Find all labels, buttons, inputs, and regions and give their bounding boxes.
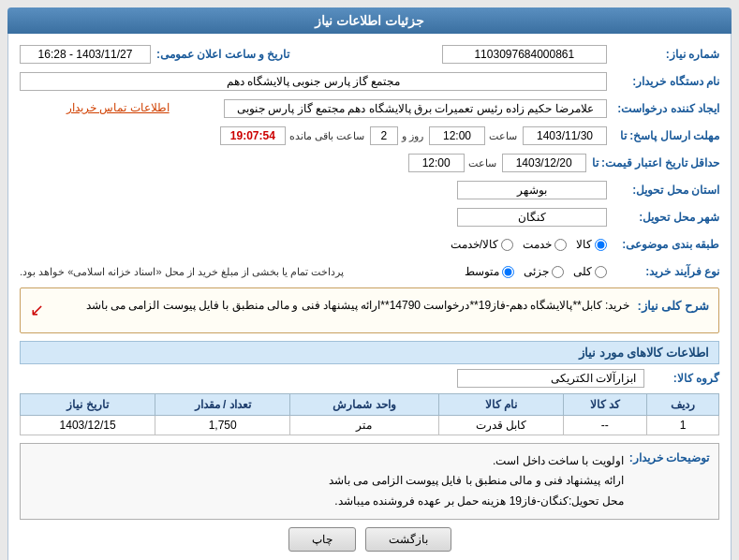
tabaqe-khedmat[interactable]: خدمت — [523, 238, 567, 251]
hadaqal-date: 1403/12/20 — [502, 154, 586, 172]
red-arrow-icon: ↙ — [30, 296, 44, 325]
group-kala-label: گروه کالا: — [644, 372, 719, 385]
mohlet-roz: 2 — [370, 126, 398, 145]
col-tarikh: تاریخ نیاز — [21, 393, 155, 415]
tabaqe-kala-khedmat-label: کالا/خدمت — [451, 238, 498, 251]
noع-farayand-label: نوع فرآیند خرید: — [607, 265, 719, 278]
farayand-koli-radio[interactable] — [595, 266, 607, 278]
mohlet-mande-label: ساعت باقی مانده — [289, 130, 364, 142]
farayand-jozi-label: جزئی — [524, 265, 549, 278]
hadaqal-label: حداقل تاریخ اعتبار قیمت: تا — [586, 156, 719, 169]
ijad-konande-label: ایجاد کننده درخواست: — [607, 102, 719, 115]
col-nam: نام کالا — [438, 393, 563, 415]
mohlet-mande-value: 19:07:54 — [220, 126, 286, 145]
kalaha-section: اطلاعات کالاهای مورد نیاز گروه کالا: ابز… — [20, 341, 719, 435]
nam-dastgah-value: مجتمع گاز پارس جنوبی پالایشگاه دهم — [20, 72, 607, 91]
tarikh-no-value: 1403/11/27 - 16:28 — [20, 45, 151, 64]
hadaqal-saat-label: ساعت — [468, 157, 496, 169]
tawzih-box: توضیحات خریدار: اولویت با ساخت داخل است.… — [20, 443, 719, 521]
tabaqe-khedmat-radio[interactable] — [554, 239, 567, 251]
kalaha-section-title: اطلاعات کالاهای مورد نیاز — [20, 341, 719, 364]
tawzih-line: محل تحویل:کنگان-فاز19 هزینه حمل بر عهده … — [30, 492, 624, 512]
col-tedaad: تعداد / مقدار — [155, 393, 290, 415]
mohlet-saat-label: ساعت — [489, 130, 517, 142]
shimara-niaz-label: شماره نیاز: — [607, 48, 719, 61]
tawzih-line: ارائه پیشنهاد فنی و مالی منطبق با فایل پ… — [30, 471, 624, 492]
tawzih-line: اولویت با ساخت داخل است. — [30, 451, 624, 472]
text-note: پرداخت تمام یا بخشی از مبلغ خرید از محل … — [20, 266, 344, 278]
sharh-content: خرید: کابل**پالایشگاه دهم-فاز19**درخواست… — [52, 296, 629, 315]
mohlet-roz-label: روز و — [402, 130, 423, 142]
shimara-niaz-value: 1103097684000861 — [442, 45, 607, 64]
tawzih-label: توضیحات خریدار: — [629, 451, 709, 464]
ostan-value: بوشهر — [457, 181, 607, 199]
col-kod: کد کالا — [563, 393, 646, 415]
table-row: 1--کابل قدرتمتر1,7501403/12/15 — [21, 415, 719, 435]
page-title: جزئیات اطلاعات نیاز — [7, 7, 732, 34]
col-radif: ردیف — [647, 393, 719, 415]
table-cell-tedaad: 1,750 — [155, 415, 290, 435]
items-table: ردیف کد کالا نام کالا واحد شمارش تعداد /… — [20, 393, 719, 435]
farayand-koli[interactable]: کلی — [573, 265, 607, 278]
ettelaat-tamas-link[interactable]: اطلاعات تماس خریدار — [20, 99, 216, 118]
farayand-motavaset[interactable]: متوسط — [465, 265, 514, 278]
nam-dastgah-label: نام دستگاه خریدار: — [607, 75, 719, 88]
buttons-row: بازگشت چاپ — [20, 527, 719, 552]
shahr-value: کنگان — [457, 208, 607, 227]
sharh-box: شرح کلی نیاز: خرید: کابل**پالایشگاه دهم-… — [20, 287, 719, 333]
col-vahed: واحد شمارش — [290, 393, 439, 415]
tabaqe-radio-group: کالا خدمت کالا/خدمت — [451, 238, 607, 251]
bazgasht-button[interactable]: بازگشت — [365, 527, 451, 552]
tabaqe-kala-radio[interactable] — [595, 239, 607, 251]
mohlet-date: 1403/11/30 — [523, 126, 607, 145]
table-cell-tarikh: 1403/12/15 — [21, 415, 155, 435]
farayand-koli-label: کلی — [573, 265, 592, 278]
group-kala-value: ابزارآلات الکتریکی — [457, 369, 644, 388]
tabaqe-kala[interactable]: کالا — [576, 238, 607, 251]
tabaqe-label: طبقه بندی موضوعی: — [607, 238, 719, 251]
mohlet-saat: 12:00 — [429, 126, 485, 145]
farayand-jozi[interactable]: جزئی — [524, 265, 564, 278]
ijad-konande-value: علامرضا حکیم زاده رئیس تعمیرات برق پالای… — [224, 99, 607, 118]
tabaqe-kala-khedmat[interactable]: کالا/خدمت — [451, 238, 513, 251]
mohlet-ersal-label: مهلت ارسال پاسخ: تا — [607, 129, 719, 142]
farayand-radio-group: کلی جزئی متوسط — [465, 265, 607, 278]
table-cell-radif: 1 — [647, 415, 719, 435]
sharh-title: شرح کلی نیاز: — [637, 296, 709, 317]
tabaqe-kala-khedmat-radio[interactable] — [501, 239, 513, 251]
chap-button[interactable]: چاپ — [288, 527, 356, 552]
tabaqe-khedmat-label: خدمت — [523, 238, 552, 251]
tarikh-no-label: تاریخ و ساعت اعلان عمومی: — [151, 48, 289, 61]
tawzih-content: اولویت با ساخت داخل است.ارائه پیشنهاد فن… — [30, 451, 624, 512]
table-cell-kod: -- — [563, 415, 646, 435]
farayand-jozi-radio[interactable] — [552, 266, 564, 278]
shahr-label: شهر محل تحویل: — [607, 211, 719, 224]
farayand-motavaset-radio[interactable] — [502, 266, 514, 278]
hadaqal-saat: 12:00 — [408, 154, 465, 172]
table-cell-nam: کابل قدرت — [438, 415, 563, 435]
table-cell-vahed: متر — [290, 415, 439, 435]
ostan-label: استان محل تحویل: — [607, 184, 719, 197]
tabaqe-kala-label: کالا — [576, 238, 592, 251]
farayand-motavaset-label: متوسط — [465, 265, 499, 278]
